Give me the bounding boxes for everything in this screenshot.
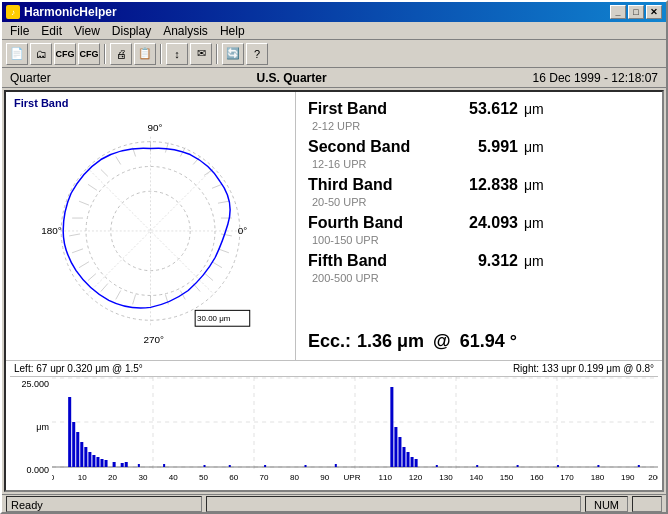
menu-help[interactable]: Help: [214, 23, 251, 39]
svg-rect-65: [394, 427, 397, 467]
header-quarter: Quarter: [10, 71, 51, 85]
svg-text:80: 80: [290, 473, 300, 482]
band-1-unit: μm: [524, 139, 544, 155]
svg-rect-70: [415, 459, 418, 467]
svg-line-35: [79, 201, 89, 205]
main-window: ♪ HarmonicHelper _ □ ✕ File Edit View Di…: [0, 0, 668, 514]
band-2-unit: μm: [524, 177, 544, 193]
cfg2-button[interactable]: CFG: [78, 43, 100, 65]
mail-button[interactable]: ✉: [190, 43, 212, 65]
menu-file[interactable]: File: [4, 23, 35, 39]
band-row-3: Fourth Band 24.093 μm 100-150 UPR: [308, 214, 650, 246]
svg-line-36: [88, 184, 97, 190]
menu-analysis[interactable]: Analysis: [157, 23, 214, 39]
polar-chart-area: First Band 90° 0° 180° 270°: [6, 92, 296, 360]
svg-text:0°: 0°: [238, 225, 248, 236]
svg-text:60: 60: [229, 473, 239, 482]
help-button[interactable]: ?: [246, 43, 268, 65]
svg-text:180°: 180°: [41, 225, 62, 236]
menu-view[interactable]: View: [68, 23, 106, 39]
svg-text:180: 180: [591, 473, 605, 482]
header-datetime: 16 Dec 1999 - 12:18:07: [533, 71, 658, 85]
svg-line-16: [212, 184, 222, 188]
svg-rect-76: [305, 465, 307, 467]
window-title: HarmonicHelper: [24, 5, 117, 19]
band-row-4: Fifth Band 9.312 μm 200-500 UPR: [308, 252, 650, 284]
chart-left-label: Left: 67 upr 0.320 μm @ 1.5°: [14, 363, 143, 374]
svg-rect-57: [92, 455, 95, 467]
svg-rect-78: [436, 465, 438, 467]
chart-y-unit: μm: [12, 422, 49, 432]
polar-svg: 90° 0° 180° 270°: [11, 97, 290, 355]
svg-text:20: 20: [108, 473, 118, 482]
menu-display[interactable]: Display: [106, 23, 157, 39]
content-header: Quarter U.S. Quarter 16 Dec 1999 - 12:18…: [2, 68, 666, 88]
refresh-button[interactable]: 🔄: [222, 43, 244, 65]
svg-text:30: 30: [138, 473, 148, 482]
chart-y-top: 25.000: [12, 379, 49, 389]
svg-rect-71: [138, 464, 140, 467]
header-title: U.S. Quarter: [257, 71, 327, 85]
svg-text:10: 10: [78, 473, 88, 482]
svg-rect-74: [229, 465, 231, 467]
status-bar: Ready NUM: [2, 494, 666, 512]
svg-rect-64: [390, 387, 393, 467]
svg-text:140: 140: [469, 473, 483, 482]
open-button[interactable]: 🗂: [30, 43, 52, 65]
svg-line-37: [101, 169, 108, 176]
toolbar: 📄 🗂 CFG CFG 🖨 📋 ↕ ✉ 🔄 ?: [2, 40, 666, 68]
print-button[interactable]: 🖨: [110, 43, 132, 65]
svg-rect-51: [68, 397, 71, 467]
title-bar-left: ♪ HarmonicHelper: [6, 5, 117, 19]
svg-text:30.00 μm: 30.00 μm: [197, 314, 231, 323]
svg-rect-61: [113, 462, 116, 467]
bar-chart-svg: 0 10 20 30 40 50 60 70 80 90 UPR 110 120…: [52, 377, 658, 491]
app-icon: ♪: [6, 5, 20, 19]
cfg1-button[interactable]: CFG: [54, 43, 76, 65]
copy-button[interactable]: 📋: [134, 43, 156, 65]
band-3-upr: 100-150 UPR: [308, 234, 650, 246]
menu-bar: File Edit View Display Analysis Help: [2, 22, 666, 40]
svg-rect-73: [204, 465, 206, 467]
data-panel: First Band 53.612 μm 2-12 UPR Second Ban…: [296, 92, 662, 360]
band-0-value: 53.612: [448, 100, 518, 118]
svg-rect-54: [80, 442, 83, 467]
svg-text:UPR: UPR: [343, 473, 360, 482]
band-2-name: Third Band: [308, 176, 448, 194]
svg-text:0: 0: [52, 473, 55, 482]
svg-line-27: [133, 294, 136, 304]
svg-rect-82: [597, 465, 599, 467]
title-bar: ♪ HarmonicHelper _ □ ✕: [2, 2, 666, 22]
band-3-unit: μm: [524, 215, 544, 231]
svg-text:90: 90: [320, 473, 330, 482]
band-4-upr: 200-500 UPR: [308, 272, 650, 284]
title-bar-buttons: _ □ ✕: [610, 5, 662, 19]
svg-rect-55: [84, 447, 87, 467]
maximize-button[interactable]: □: [628, 5, 644, 19]
main-content: First Band 90° 0° 180° 270°: [4, 90, 664, 492]
svg-rect-69: [411, 457, 414, 467]
band-0-unit: μm: [524, 101, 544, 117]
svg-text:40: 40: [169, 473, 179, 482]
svg-rect-66: [398, 437, 401, 467]
menu-edit[interactable]: Edit: [35, 23, 68, 39]
new-button[interactable]: 📄: [6, 43, 28, 65]
svg-text:130: 130: [439, 473, 453, 482]
zoom-button[interactable]: ↕: [166, 43, 188, 65]
svg-rect-59: [100, 459, 103, 467]
status-num: NUM: [585, 496, 628, 512]
minimize-button[interactable]: _: [610, 5, 626, 19]
svg-text:190: 190: [621, 473, 635, 482]
svg-text:110: 110: [379, 473, 393, 482]
band-row-1: Second Band 5.991 μm 12-16 UPR: [308, 138, 650, 170]
svg-rect-52: [72, 422, 75, 467]
svg-line-12: [165, 143, 168, 153]
band-row-0: First Band 53.612 μm 2-12 UPR: [308, 100, 650, 132]
svg-text:50: 50: [199, 473, 209, 482]
ecc-label: Ecc.:: [308, 331, 351, 352]
svg-rect-56: [88, 452, 91, 467]
svg-text:170: 170: [560, 473, 574, 482]
svg-rect-83: [638, 465, 640, 467]
svg-rect-80: [517, 465, 519, 467]
close-button[interactable]: ✕: [646, 5, 662, 19]
